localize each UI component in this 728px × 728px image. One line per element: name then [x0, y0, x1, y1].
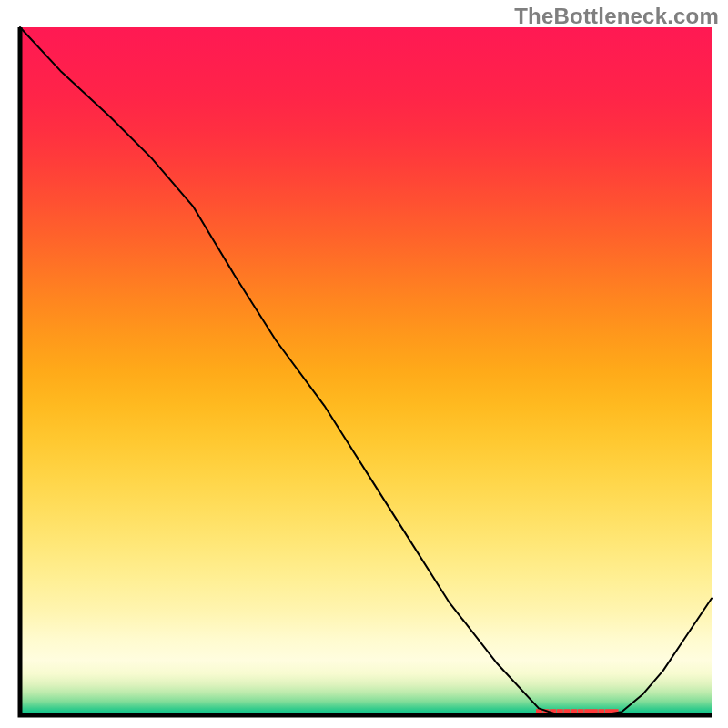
- bottleneck-chart: [0, 0, 728, 728]
- chart-container: TheBottleneck.com: [0, 0, 728, 728]
- watermark-text: TheBottleneck.com: [514, 4, 719, 29]
